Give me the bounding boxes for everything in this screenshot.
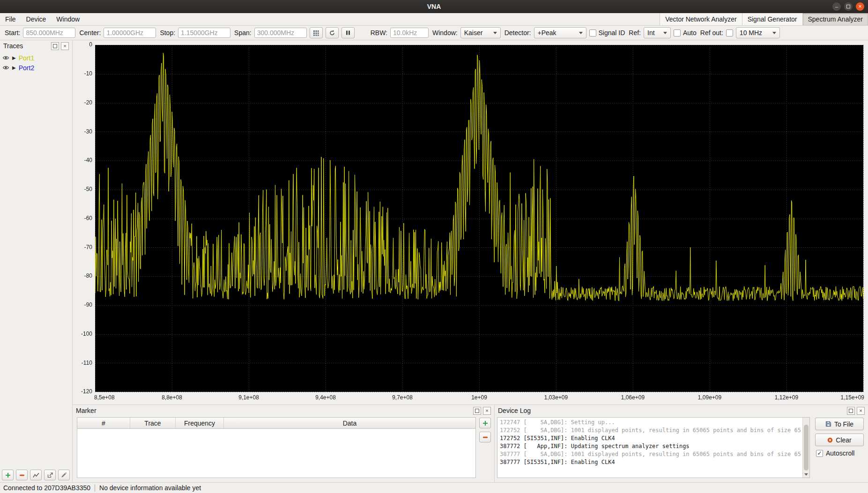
ref-select-value: Int [647, 29, 655, 37]
clear-log-button[interactable]: Clear [815, 434, 864, 446]
minus-icon [482, 434, 488, 440]
pause-icon [345, 30, 351, 36]
ref-out-select-value: 10 MHz [740, 29, 762, 37]
checkbox-checked-icon: ✓ [816, 450, 823, 457]
pencil-icon [61, 472, 67, 478]
rbw-input[interactable] [390, 28, 429, 38]
eye-icon [2, 55, 9, 60]
minimize-button[interactable]: – [832, 2, 841, 11]
ref-out-select[interactable]: 10 MHz [736, 27, 780, 38]
marker-column-trace: Trace [130, 418, 176, 428]
traces-toolbar [0, 468, 72, 482]
close-icon: × [485, 408, 488, 413]
titlebar: VNA – × [0, 0, 868, 13]
edit-trace-button[interactable] [58, 470, 70, 480]
span-input[interactable] [254, 28, 307, 38]
start-input[interactable] [23, 28, 75, 38]
scrollbar-thumb[interactable] [804, 425, 809, 471]
ref-out-checkbox[interactable] [726, 29, 733, 37]
close-icon: × [859, 408, 862, 413]
stop-input[interactable] [178, 28, 230, 38]
maximize-button[interactable] [844, 2, 853, 11]
sweep-toolbar: Start: Center: Stop: Span: RBW: Window: … [0, 26, 868, 40]
expand-icon[interactable]: ▶ [12, 65, 16, 70]
close-icon: × [858, 4, 861, 9]
float-dock-button[interactable] [51, 42, 59, 50]
device-log-header: Device Log × [495, 405, 868, 416]
remove-marker-button[interactable] [479, 432, 491, 442]
to-file-button[interactable]: To File [815, 418, 864, 430]
close-dock-button[interactable]: × [483, 407, 491, 415]
menu-file[interactable]: File [0, 13, 21, 25]
export-trace-button[interactable] [44, 470, 56, 480]
log-list-container: 172747 [ SA,DBG]: Setting up...172752 [ … [497, 417, 810, 478]
detector-select[interactable]: +Peak [534, 27, 586, 38]
float-dock-button[interactable] [847, 407, 855, 415]
plus-icon [482, 420, 488, 426]
close-dock-button[interactable]: × [857, 407, 865, 415]
checkbox-icon [589, 29, 596, 37]
autoscroll-checkbox[interactable]: ✓ Autoscroll [815, 449, 864, 457]
menu-window[interactable]: Window [51, 13, 85, 25]
window-select-value: Kaiser [464, 29, 483, 37]
connection-status: Connected to 207D39AB3350 [3, 484, 90, 492]
to-file-label: To File [834, 420, 853, 428]
remove-trace-button[interactable] [16, 470, 28, 480]
marker-dock-header: Marker × [73, 405, 494, 416]
tab-vector-network-analyzer[interactable]: Vector Network Analyzer [660, 13, 742, 25]
autoscroll-label: Autoscroll [826, 449, 854, 457]
span-label: Span: [234, 29, 252, 37]
right-side: Marker × #TraceFrequencyData [73, 40, 868, 482]
add-marker-button[interactable] [479, 418, 491, 428]
auto-label: Auto [683, 29, 697, 37]
close-icon: × [63, 44, 66, 49]
keypad-icon [313, 30, 319, 36]
menu-device[interactable]: Device [21, 13, 52, 25]
detector-label: Detector: [504, 29, 531, 37]
trace-math-button[interactable] [30, 470, 42, 480]
spectrum-plot[interactable] [73, 40, 868, 405]
center-label: Center: [79, 29, 101, 37]
menu-bar-items: FileDeviceWindow [0, 13, 85, 25]
scroll-down-button[interactable] [803, 471, 809, 478]
log-scrollbar[interactable] [802, 418, 809, 478]
traces-dock-title: Traces [3, 42, 23, 50]
detector-select-value: +Peak [538, 29, 556, 37]
log-entry: 172752 [SI5351,INF]: Enabling CLK4 [500, 434, 800, 442]
export-icon [47, 472, 53, 478]
log-buttons: To File Clear ✓ Autoscroll [815, 417, 864, 478]
trace-item-port2[interactable]: ▶Port2 [2, 63, 70, 73]
tab-signal-generator[interactable]: Signal Generator [742, 13, 802, 25]
chevron-down-icon [493, 32, 497, 34]
minimize-icon: – [835, 4, 838, 9]
device-log-title: Device Log [498, 407, 531, 414]
auto-checkbox[interactable]: Auto [674, 29, 697, 37]
center-input[interactable] [104, 28, 156, 38]
tab-spectrum-analyzer[interactable]: Spectrum Analyzer [802, 13, 868, 25]
traces-dock: Traces × ▶Port1▶Port2 [0, 40, 73, 482]
expand-icon[interactable]: ▶ [12, 55, 16, 60]
visibility-toggle[interactable] [2, 64, 9, 72]
add-trace-button[interactable] [2, 470, 14, 480]
window-select[interactable]: Kaiser [460, 27, 501, 38]
log-list[interactable]: 172747 [ SA,DBG]: Setting up...172752 [ … [497, 418, 802, 478]
arrow-down-icon [804, 473, 808, 476]
close-button[interactable]: × [856, 2, 864, 11]
visibility-toggle[interactable] [2, 54, 9, 62]
save-file-icon [825, 421, 831, 427]
pause-button[interactable] [341, 27, 355, 38]
marker-table-header: #TraceFrequencyData [77, 418, 475, 429]
window-label: Window: [432, 29, 458, 37]
ref-select[interactable]: Int [644, 27, 671, 38]
signal-id-checkbox[interactable]: Signal ID [589, 29, 625, 37]
float-dock-button[interactable] [473, 407, 481, 415]
run-single-button[interactable] [326, 27, 339, 38]
eye-icon [2, 65, 9, 70]
setup-button[interactable] [310, 27, 323, 38]
status-separator [95, 485, 95, 492]
close-dock-button[interactable]: × [61, 42, 69, 50]
log-entry: 387777 [SI5351,INF]: Enabling CLK4 [500, 458, 800, 466]
trace-item-port1[interactable]: ▶Port1 [2, 53, 70, 63]
signal-id-label: Signal ID [599, 29, 625, 37]
mode-tabs: Vector Network AnalyzerSignal GeneratorS… [660, 13, 868, 25]
